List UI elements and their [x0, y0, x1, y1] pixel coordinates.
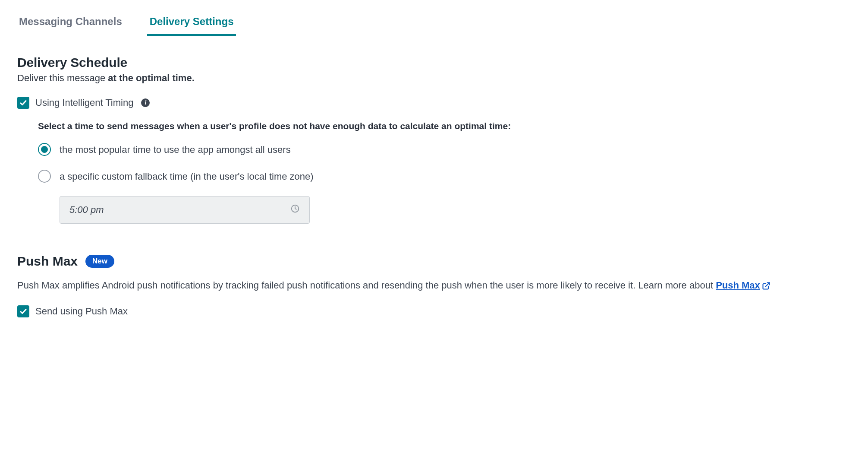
info-icon[interactable]: i — [141, 98, 150, 107]
check-icon — [19, 307, 27, 315]
check-icon — [19, 99, 27, 107]
intelligent-timing-label: Using Intelligent Timing — [35, 97, 133, 108]
external-link-icon — [762, 282, 771, 290]
radio-popular-label: the most popular time to use the app amo… — [60, 143, 291, 157]
radio-custom-label: a specific custom fallback time (in the … — [60, 169, 314, 184]
fallback-instruction: Select a time to send messages when a us… — [38, 121, 851, 131]
radio-popular-time[interactable] — [38, 143, 51, 156]
clock-icon — [290, 204, 300, 216]
new-badge: New — [85, 255, 114, 268]
push-max-title: Push Max — [17, 254, 78, 269]
svg-line-1 — [765, 283, 769, 287]
radio-row-custom: a specific custom fallback time (in the … — [38, 169, 851, 184]
send-push-max-label: Send using Push Max — [35, 306, 128, 317]
push-max-header: Push Max New — [17, 254, 851, 269]
tab-delivery-settings[interactable]: Delivery Settings — [148, 13, 236, 35]
push-max-description: Push Max amplifies Android push notifica… — [17, 278, 802, 292]
subtitle-bold: at the optimal time. — [108, 73, 194, 83]
fallback-time-input[interactable]: 5:00 pm — [60, 196, 310, 224]
fallback-options: Select a time to send messages when a us… — [17, 121, 851, 224]
push-max-link[interactable]: Push Max — [716, 280, 760, 291]
send-push-max-checkbox[interactable] — [17, 305, 29, 317]
delivery-schedule-subtitle: Deliver this message at the optimal time… — [17, 73, 851, 84]
push-max-desc-text: Push Max amplifies Android push notifica… — [17, 280, 716, 291]
delivery-schedule-section: Delivery Schedule Deliver this message a… — [17, 55, 851, 224]
radio-custom-time[interactable] — [38, 170, 51, 183]
push-max-section: Push Max New Push Max amplifies Android … — [17, 254, 851, 317]
send-push-max-row: Send using Push Max — [17, 305, 851, 317]
subtitle-text: Deliver this message — [17, 73, 108, 83]
tab-messaging-channels[interactable]: Messaging Channels — [17, 13, 124, 35]
time-value: 5:00 pm — [69, 204, 104, 215]
intelligent-timing-checkbox[interactable] — [17, 97, 29, 109]
radio-row-popular: the most popular time to use the app amo… — [38, 143, 851, 157]
tabs: Messaging Channels Delivery Settings — [17, 13, 851, 35]
intelligent-timing-row: Using Intelligent Timing i — [17, 97, 851, 109]
delivery-schedule-title: Delivery Schedule — [17, 55, 851, 70]
